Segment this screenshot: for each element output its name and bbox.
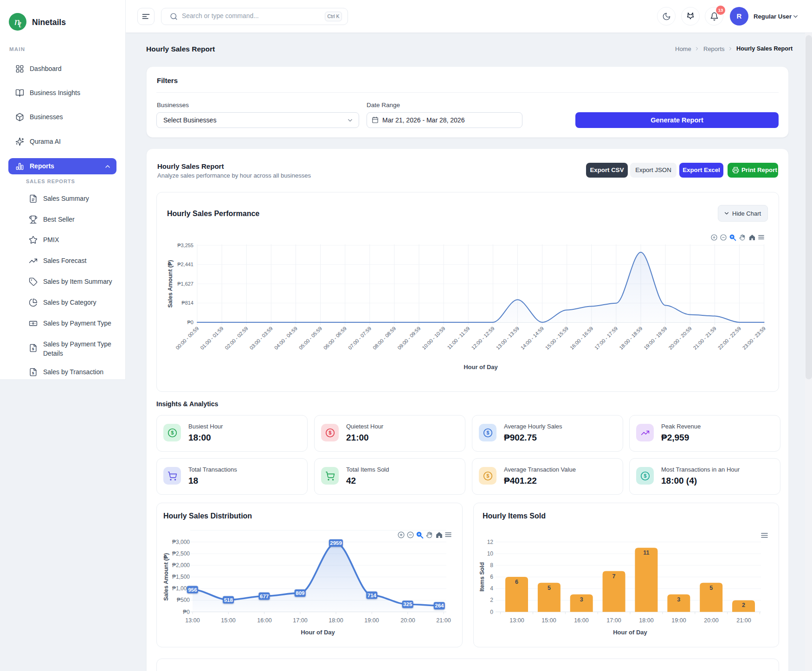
svg-text:05:00 - 05:59: 05:00 - 05:59 — [298, 326, 323, 351]
svg-text:677: 677 — [260, 594, 269, 599]
svg-text:13:00 - 13:59: 13:00 - 13:59 — [495, 326, 520, 351]
svg-text:18:00: 18:00 — [329, 617, 343, 624]
svg-text:23:00 - 23:59: 23:00 - 23:59 — [741, 326, 767, 351]
svg-text:02:00 - 02:59: 02:00 - 02:59 — [224, 326, 249, 351]
svg-text:15:00: 15:00 — [541, 617, 556, 624]
svg-text:₱0: ₱0 — [183, 609, 190, 615]
svg-text:₱0: ₱0 — [187, 320, 193, 325]
svg-text:6: 6 — [490, 574, 493, 580]
svg-text:₱1,627: ₱1,627 — [177, 281, 193, 287]
svg-text:03:00 - 03:59: 03:00 - 03:59 — [248, 326, 273, 351]
svg-text:21:00: 21:00 — [736, 617, 751, 624]
svg-text:19:00: 19:00 — [671, 617, 686, 624]
svg-text:21:00 - 21:59: 21:00 - 21:59 — [692, 326, 717, 351]
svg-text:956: 956 — [188, 587, 197, 593]
svg-text:$: $ — [329, 430, 331, 435]
svg-text:7: 7 — [612, 573, 616, 580]
svg-text:₱2,441: ₱2,441 — [177, 262, 193, 267]
svg-text:18:00 - 18:59: 18:00 - 18:59 — [618, 326, 643, 351]
svg-text:13:00: 13:00 — [185, 617, 200, 624]
svg-text:17:00: 17:00 — [293, 617, 307, 624]
svg-text:08:00 - 08:59: 08:00 - 08:59 — [372, 326, 397, 351]
svg-text:5: 5 — [709, 585, 713, 591]
svg-text:$: $ — [171, 430, 174, 435]
svg-text:714: 714 — [367, 593, 377, 598]
svg-text:6: 6 — [515, 579, 518, 585]
svg-text:$: $ — [32, 371, 34, 375]
svg-text:11: 11 — [643, 550, 649, 556]
svg-text:16:00: 16:00 — [574, 617, 588, 624]
svg-text:4: 4 — [490, 585, 493, 592]
svg-text:Hour of Day: Hour of Day — [301, 629, 335, 636]
svg-text:12:00 - 12:59: 12:00 - 12:59 — [470, 326, 495, 351]
svg-text:Sales Amount (₱): Sales Amount (₱) — [163, 553, 169, 601]
svg-text:17:00 - 17:59: 17:00 - 17:59 — [593, 326, 619, 351]
svg-text:$: $ — [32, 347, 34, 351]
svg-text:518: 518 — [224, 597, 233, 603]
svg-text:8: 8 — [490, 562, 493, 569]
svg-text:₱3,255: ₱3,255 — [177, 243, 193, 248]
svg-text:14:00 - 14:59: 14:00 - 14:59 — [520, 326, 545, 351]
svg-text:17:00: 17:00 — [606, 617, 621, 624]
svg-text:2: 2 — [742, 602, 745, 608]
svg-text:Items Sold: Items Sold — [479, 562, 485, 591]
svg-text:₱2,500: ₱2,500 — [172, 550, 190, 557]
svg-text:2: 2 — [490, 597, 493, 603]
svg-text:09:00 - 09:59: 09:00 - 09:59 — [396, 326, 421, 351]
svg-text:264: 264 — [435, 603, 444, 608]
svg-text:₱2,000: ₱2,000 — [172, 562, 190, 569]
svg-text:$: $ — [486, 473, 489, 479]
svg-text:20:00 - 20:59: 20:00 - 20:59 — [667, 326, 692, 351]
svg-text:12: 12 — [487, 539, 494, 545]
svg-text:18:00: 18:00 — [639, 617, 653, 624]
svg-text:11:00 - 11:59: 11:00 - 11:59 — [446, 326, 470, 350]
svg-text:Sales Amount (₱): Sales Amount (₱) — [167, 260, 174, 307]
svg-text:00:00 - 00:59: 00:00 - 00:59 — [174, 326, 200, 351]
svg-text:₱1,500: ₱1,500 — [172, 574, 190, 580]
svg-text:22:00 - 22:59: 22:00 - 22:59 — [717, 326, 742, 351]
svg-text:3: 3 — [677, 596, 680, 603]
svg-text:₱3,000: ₱3,000 — [172, 539, 190, 545]
svg-text:10: 10 — [487, 550, 494, 557]
svg-text:10:00 - 10:59: 10:00 - 10:59 — [421, 326, 446, 351]
svg-text:Hour of Day: Hour of Day — [613, 629, 647, 636]
svg-text:15:00: 15:00 — [221, 617, 235, 624]
svg-text:21:00: 21:00 — [436, 617, 451, 624]
svg-text:3: 3 — [580, 596, 583, 603]
svg-text:$: $ — [644, 473, 646, 479]
svg-text:Hour of Day: Hour of Day — [464, 364, 498, 371]
svg-text:04:00 - 04:59: 04:00 - 04:59 — [273, 326, 298, 351]
svg-text:16:00: 16:00 — [257, 617, 271, 624]
svg-text:16:00 - 16:59: 16:00 - 16:59 — [569, 326, 594, 351]
svg-text:20:00: 20:00 — [400, 617, 415, 624]
svg-text:01:00 - 01:59: 01:00 - 01:59 — [199, 326, 224, 351]
svg-text:809: 809 — [296, 590, 304, 596]
svg-text:13:00: 13:00 — [509, 617, 524, 624]
svg-text:19:00: 19:00 — [364, 617, 379, 624]
svg-text:325: 325 — [403, 601, 412, 607]
svg-text:t: t — [19, 18, 22, 30]
svg-text:$: $ — [486, 430, 489, 435]
svg-text:0: 0 — [490, 609, 493, 615]
svg-text:2959: 2959 — [330, 540, 342, 546]
svg-text:06:00 - 06:59: 06:00 - 06:59 — [322, 326, 348, 351]
svg-text:15:00 - 15:59: 15:00 - 15:59 — [544, 326, 569, 351]
svg-text:20:00: 20:00 — [704, 617, 718, 624]
svg-text:5: 5 — [548, 585, 551, 591]
svg-text:19:00 - 19:59: 19:00 - 19:59 — [643, 326, 668, 351]
svg-text:07:00 - 07:59: 07:00 - 07:59 — [347, 326, 372, 351]
svg-text:₱500: ₱500 — [177, 597, 190, 603]
svg-text:₱814: ₱814 — [181, 300, 193, 306]
